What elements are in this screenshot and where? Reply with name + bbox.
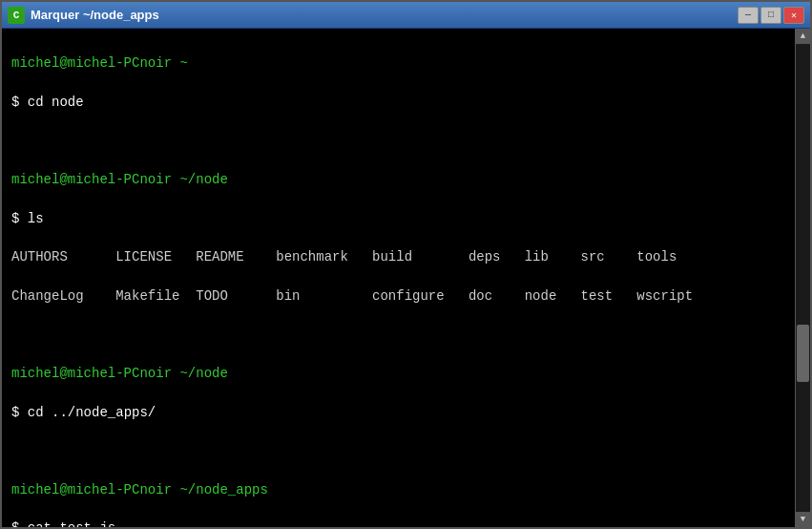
terminal-output[interactable]: michel@michel-PCnoir ~ $ cd node michel@… (2, 29, 795, 527)
cmd-2: ls (28, 211, 44, 226)
prompt-green-4: michel@michel-PCnoir ~/node_apps (11, 482, 268, 497)
window-controls: — □ ✕ (738, 7, 804, 24)
window-title: Marquer ~/node_apps (31, 8, 738, 22)
scroll-down-arrow[interactable]: ▼ (796, 512, 810, 527)
close-button[interactable]: ✕ (783, 7, 804, 24)
prompt-dollar-2: $ (11, 211, 28, 226)
minimize-button[interactable]: — (738, 7, 759, 24)
app-icon: C (8, 7, 25, 24)
scrollbar-track[interactable] (796, 44, 810, 512)
prompt-green-3: michel@michel-PCnoir ~/node (11, 366, 228, 381)
cmd-3: cd ../node_apps/ (28, 405, 156, 420)
prompt-green-1: michel@michel-PCnoir ~ (11, 55, 188, 71)
maximize-button[interactable]: □ (760, 7, 781, 24)
cmd-1: cd node (28, 95, 84, 110)
terminal-wrapper: michel@michel-PCnoir ~ $ cd node michel@… (2, 29, 810, 527)
line-blank-2 (11, 325, 785, 344)
cmd-4: cat test.js (28, 520, 115, 527)
line-8: $ cat test.js (11, 518, 785, 527)
line-blank-3 (11, 441, 785, 460)
line-blank-1 (11, 131, 785, 150)
line-5: michel@michel-PCnoir ~/node (11, 364, 785, 383)
ls-output-2: ChangeLog Makefile TODO bin configure do… (11, 286, 785, 306)
scrollbar-thumb[interactable] (797, 325, 809, 382)
ls-output-1: AUTHORS LICENSE README benchmark build d… (11, 247, 785, 266)
scrollbar: ▲ ▼ (795, 29, 810, 527)
line-6: $ cd ../node_apps/ (11, 403, 785, 422)
line-3: michel@michel-PCnoir ~/node (11, 170, 785, 189)
scroll-up-arrow[interactable]: ▲ (796, 29, 810, 44)
prompt-dollar-3: $ (11, 405, 28, 420)
prompt-green-2: michel@michel-PCnoir ~/node (11, 172, 228, 187)
line-1: michel@michel-PCnoir ~ (11, 53, 785, 73)
titlebar: C Marquer ~/node_apps — □ ✕ (2, 2, 810, 29)
line-2: $ cd node (11, 93, 785, 112)
prompt-dollar-4: $ (11, 520, 28, 527)
line-7: michel@michel-PCnoir ~/node_apps (11, 480, 785, 499)
terminal-window: C Marquer ~/node_apps — □ ✕ michel@miche… (0, 0, 812, 529)
prompt-dollar-1: $ (11, 95, 28, 110)
line-4: $ ls (11, 209, 785, 228)
